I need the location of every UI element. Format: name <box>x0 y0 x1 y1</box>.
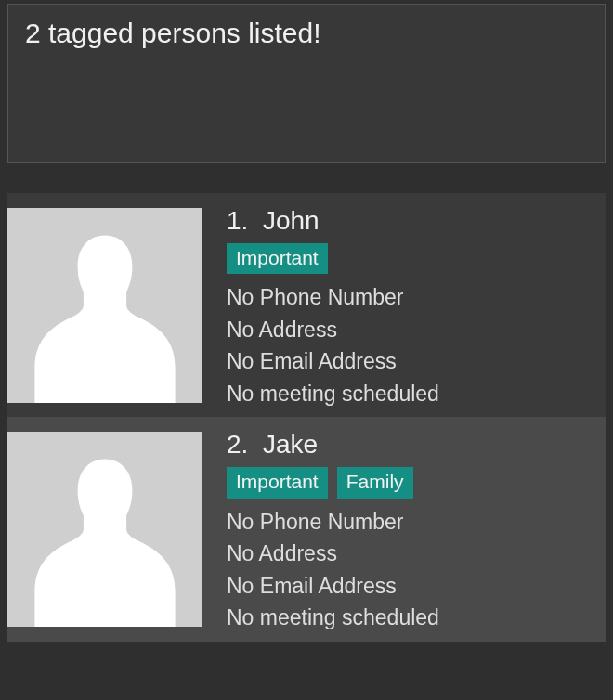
person-index: 1. <box>227 206 248 235</box>
phone-line: No Phone Number <box>227 281 589 314</box>
address-line: No Address <box>227 538 589 570</box>
tag-badge[interactable]: Important <box>227 243 328 274</box>
meeting-line: No meeting scheduled <box>227 378 589 410</box>
persons-list: 1. John Important No Phone Number No Add… <box>7 193 606 642</box>
person-info: 2. Jake Important Family No Phone Number… <box>202 417 606 633</box>
tag-row: Important <box>227 243 589 274</box>
person-info: 1. John Important No Phone Number No Add… <box>202 193 606 409</box>
address-line: No Address <box>227 314 589 346</box>
tag-badge[interactable]: Important <box>227 467 328 498</box>
person-heading: 2. Jake <box>227 430 589 460</box>
person-index: 2. <box>227 430 248 459</box>
person-row[interactable]: 1. John Important No Phone Number No Add… <box>7 193 606 417</box>
tag-row: Important Family <box>227 467 589 498</box>
avatar <box>7 432 202 627</box>
person-name: Jake <box>263 430 318 459</box>
person-heading: 1. John <box>227 206 589 236</box>
phone-line: No Phone Number <box>227 506 589 538</box>
person-row[interactable]: 2. Jake Important Family No Phone Number… <box>7 417 606 641</box>
email-line: No Email Address <box>227 345 589 378</box>
avatar-placeholder-icon <box>7 208 202 403</box>
meeting-line: No meeting scheduled <box>227 602 589 634</box>
results-banner-title: 2 tagged persons listed! <box>25 18 588 49</box>
results-banner: 2 tagged persons listed! <box>7 4 606 163</box>
tag-badge[interactable]: Family <box>337 467 413 498</box>
email-line: No Email Address <box>227 570 589 603</box>
person-name: John <box>263 206 320 235</box>
avatar <box>7 208 202 403</box>
avatar-placeholder-icon <box>7 432 202 627</box>
